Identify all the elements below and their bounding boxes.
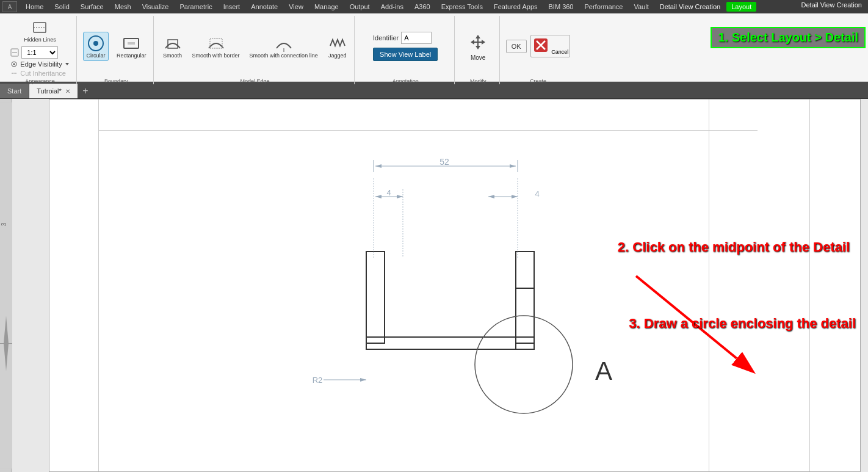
cut-inheritance-label[interactable]: Cut Inheritance bbox=[20, 70, 66, 77]
smooth-connection-icon bbox=[274, 34, 294, 53]
svg-point-9 bbox=[93, 41, 98, 46]
jagged-icon bbox=[328, 34, 347, 53]
svg-rect-36 bbox=[516, 252, 534, 343]
menu-detail-view-creation[interactable]: Detail View Creation bbox=[655, 2, 725, 12]
instruction-step3: 3. Draw a circle enclosing the detail bbox=[629, 316, 856, 332]
model-edge-group: Smooth Smooth with border bbox=[156, 16, 355, 84]
scale-select-row: 1:1 bbox=[10, 46, 69, 59]
identifier-a-text: A bbox=[595, 357, 612, 385]
smooth-connection-label: Smooth with connection line bbox=[250, 53, 318, 59]
rectangular-icon bbox=[121, 34, 141, 53]
svg-rect-35 bbox=[366, 252, 385, 343]
menu-bim360[interactable]: BIM 360 bbox=[544, 2, 579, 12]
smooth-border-button[interactable]: Smooth with border bbox=[189, 32, 243, 61]
boundary-group-label: Boundary bbox=[104, 78, 128, 84]
smooth-border-label: Smooth with border bbox=[192, 53, 240, 59]
menu-solid[interactable]: Solid bbox=[49, 2, 74, 12]
smooth-button[interactable]: Smooth bbox=[160, 32, 186, 61]
move-label: Move bbox=[471, 54, 485, 61]
cancel-button-container: Cancel bbox=[530, 35, 571, 57]
menu-annotate[interactable]: Annotate bbox=[246, 2, 283, 12]
annotation-group: Identifier Show View Label Annotation bbox=[357, 16, 455, 84]
svg-marker-30 bbox=[375, 195, 382, 198]
cancel-button[interactable]: Cancel bbox=[530, 35, 571, 57]
svg-marker-6 bbox=[65, 63, 69, 65]
appearance-group: Hidden Lines 1:1 Edge Visibility bbox=[4, 16, 77, 84]
rectangular-button[interactable]: Rectangular bbox=[114, 32, 150, 61]
start-tab-label: Start bbox=[7, 87, 21, 95]
menu-vault[interactable]: Vault bbox=[629, 2, 653, 12]
identifier-row: Identifier bbox=[373, 32, 432, 44]
smooth-border-icon bbox=[206, 34, 226, 53]
instruction-step2: 2. Click on the midpoint of the Detail bbox=[618, 239, 850, 255]
svg-rect-11 bbox=[128, 42, 135, 45]
scale-selector[interactable]: 1:1 bbox=[21, 46, 58, 59]
jagged-button[interactable]: Jagged bbox=[325, 32, 350, 61]
ribbon-content: Hidden Lines 1:1 Edge Visibility bbox=[0, 13, 868, 87]
menu-view[interactable]: View bbox=[284, 2, 308, 12]
edge-visibility-icon bbox=[10, 60, 18, 68]
circular-button[interactable]: Circular bbox=[83, 32, 109, 61]
menu-layout[interactable]: Layout bbox=[726, 2, 756, 12]
menu-surface[interactable]: Surface bbox=[76, 2, 109, 12]
annotation-group-label: Annotation bbox=[392, 78, 419, 84]
scale-row: Hidden Lines bbox=[21, 16, 59, 45]
svg-marker-33 bbox=[488, 195, 494, 198]
circular-label: Circular bbox=[86, 53, 105, 59]
menu-output[interactable]: Output bbox=[345, 2, 375, 12]
create-group: OK Cancel Create bbox=[502, 16, 574, 84]
menu-visualize[interactable]: Visualize bbox=[137, 2, 174, 12]
svg-marker-34 bbox=[512, 195, 518, 198]
dimension-4-right-text: 4 bbox=[535, 189, 539, 198]
ok-button-container: OK bbox=[506, 40, 527, 53]
menu-insert[interactable]: Insert bbox=[219, 2, 245, 12]
move-button[interactable] bbox=[467, 31, 489, 53]
menu-bar: A Home Solid Surface Mesh Visualize Para… bbox=[0, 0, 868, 13]
smooth-icon bbox=[163, 34, 183, 53]
instruction-step1: 1. Select Layout > Detail bbox=[711, 27, 866, 48]
menu-manage[interactable]: Manage bbox=[309, 2, 344, 12]
modify-group-label: Modify bbox=[470, 78, 486, 84]
smooth-label: Smooth bbox=[163, 53, 182, 59]
cut-inheritance-row[interactable]: Cut Inheritance bbox=[10, 70, 69, 77]
appearance-group-label: Appearance bbox=[25, 78, 55, 84]
close-tutorial-tab-icon[interactable]: ✕ bbox=[65, 88, 70, 95]
hidden-lines-button[interactable]: Hidden Lines bbox=[21, 16, 59, 45]
cancel-icon bbox=[532, 37, 549, 54]
drawing-area: 3 52 4 4 bbox=[0, 99, 868, 472]
menu-featured[interactable]: Featured Apps bbox=[489, 2, 543, 12]
detail-view-creation-tab-label: Detail View Creation bbox=[795, 0, 868, 10]
svg-marker-41 bbox=[360, 378, 366, 382]
create-group-label: Create bbox=[530, 78, 546, 84]
move-icon bbox=[468, 32, 488, 52]
ribbon: 1. Select Layout > Detail Hidden Lines bbox=[0, 13, 868, 82]
app-icon: A bbox=[2, 1, 17, 12]
tutorial-tab-label: Tutroial* bbox=[37, 87, 62, 95]
smooth-connection-button[interactable]: Smooth with connection line bbox=[247, 32, 321, 61]
menu-mesh[interactable]: Mesh bbox=[110, 2, 136, 12]
edge-visibility-label[interactable]: Edge Visibility bbox=[20, 60, 62, 68]
svg-marker-15 bbox=[471, 35, 485, 49]
menu-express[interactable]: Express Tools bbox=[436, 2, 488, 12]
svg-rect-39 bbox=[516, 252, 534, 288]
menu-home[interactable]: Home bbox=[21, 2, 48, 12]
hidden-lines-label: Hidden Lines bbox=[24, 37, 56, 43]
menu-addins[interactable]: Add-ins bbox=[376, 2, 408, 12]
ok-button[interactable]: OK bbox=[506, 40, 527, 53]
edge-visibility-row[interactable]: Edge Visibility bbox=[10, 60, 69, 68]
jagged-label: Jagged bbox=[328, 53, 347, 59]
show-view-label-button[interactable]: Show View Label bbox=[373, 48, 438, 61]
identifier-input[interactable] bbox=[401, 32, 432, 44]
menu-parametric[interactable]: Parametric bbox=[175, 2, 217, 12]
modify-group: Move Modify bbox=[457, 16, 500, 84]
detail-circle bbox=[475, 316, 573, 413]
circular-icon bbox=[86, 34, 106, 53]
menu-performance[interactable]: Performance bbox=[579, 2, 627, 12]
model-edge-group-label: Model Edge bbox=[241, 78, 270, 84]
svg-point-5 bbox=[13, 63, 15, 65]
dimension-r2-text: R2 bbox=[313, 376, 323, 385]
menu-a360[interactable]: A360 bbox=[410, 2, 435, 12]
dimension-4-left-text: 4 bbox=[386, 188, 391, 197]
svg-marker-31 bbox=[397, 195, 403, 198]
dimension-52-text: 52 bbox=[439, 157, 449, 167]
